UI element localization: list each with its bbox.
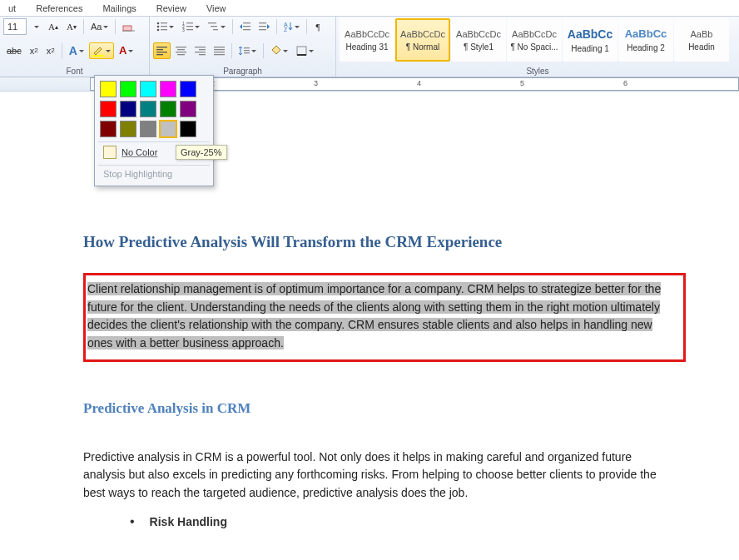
align-left-button[interactable] (153, 42, 171, 59)
svg-rect-33 (195, 47, 206, 47)
stop-highlighting-item[interactable]: Stop Highlighting (98, 165, 210, 182)
highlight-swatch[interactable] (140, 101, 156, 117)
svg-rect-5 (161, 26, 167, 27)
shading-button[interactable] (267, 42, 291, 59)
highlight-swatch[interactable] (120, 101, 136, 117)
outdent-icon (240, 22, 250, 32)
font-size-dropdown[interactable] (28, 18, 43, 35)
style-sample: AaBbCcDc (456, 29, 501, 39)
svg-text:3: 3 (182, 27, 185, 32)
highlight-swatch[interactable] (180, 101, 196, 117)
doc-subtitle: Predictive Analysis in CRM (83, 400, 702, 417)
highlight-swatch[interactable] (140, 121, 156, 137)
highlight-swatch[interactable] (100, 81, 117, 97)
strikethrough-button[interactable]: abc (3, 42, 25, 59)
no-color-label: No Color (122, 147, 157, 157)
font-size-input[interactable]: 11 (3, 18, 27, 35)
highlight-swatch[interactable] (160, 101, 176, 117)
color-tooltip: Gray-25% (176, 145, 227, 160)
clear-formatting-button[interactable] (119, 18, 138, 35)
bullets-button[interactable] (153, 18, 177, 35)
style-tile---normal[interactable]: AaBbCcDc¶ Normal (395, 18, 450, 62)
style-tile---style1[interactable]: AaBbCcDc¶ Style1 (451, 18, 506, 62)
style-label: ¶ Normal (406, 42, 439, 52)
tab-mailings[interactable]: Mailings (94, 2, 144, 16)
style-tile-headin[interactable]: AaBbHeadin (674, 18, 729, 62)
align-center-button[interactable] (172, 42, 190, 59)
svg-point-2 (157, 22, 160, 25)
highlight-swatch[interactable] (140, 81, 156, 97)
ruler-number: 4 (417, 79, 421, 87)
justify-button[interactable] (211, 42, 228, 59)
styles-gallery[interactable]: AaBbCcDcHeading 31AaBbCcDc¶ NormalAaBbCc… (340, 18, 736, 62)
style-tile-heading-1[interactable]: AaBbCcHeading 1 (563, 18, 617, 62)
superscript-button[interactable]: x2 (43, 42, 58, 59)
document-area[interactable]: How Predictive Analysis Will Transform t… (0, 233, 739, 560)
style-tile---no-spaci---[interactable]: AaBbCcDc¶ No Spaci... (507, 18, 562, 62)
stop-highlighting-label: Stop Highlighting (103, 169, 172, 179)
decrease-indent-button[interactable] (236, 18, 254, 35)
highlight-swatch-grid (98, 79, 210, 139)
svg-rect-15 (211, 26, 217, 27)
highlight-swatch[interactable] (160, 81, 176, 97)
style-label: ¶ Style1 (464, 42, 493, 52)
doc-title: How Predictive Analysis Will Transform t… (83, 233, 702, 251)
borders-icon (296, 46, 307, 56)
numbering-icon: 123 (182, 22, 193, 32)
increase-indent-button[interactable] (255, 18, 273, 35)
svg-rect-35 (195, 52, 206, 52)
svg-rect-42 (244, 50, 250, 51)
highlight-swatch[interactable] (180, 121, 196, 137)
line-spacing-button[interactable] (236, 42, 260, 59)
change-case-button[interactable]: Aa (87, 18, 112, 35)
highlight-swatch[interactable] (120, 81, 136, 97)
group-font: 11 A▴ A▾ Aa abc x2 x2 A A Font (0, 17, 150, 77)
svg-rect-22 (259, 29, 266, 30)
tab-references[interactable]: References (27, 2, 91, 16)
grow-font-button[interactable]: A▴ (45, 18, 62, 35)
highlighted-paragraph[interactable]: Client relationship management is of opt… (87, 282, 661, 349)
shrink-font-button[interactable]: A▾ (63, 18, 80, 35)
ruler-number: 3 (314, 79, 318, 87)
svg-rect-11 (186, 26, 193, 27)
indent-icon (259, 22, 270, 32)
svg-rect-21 (259, 26, 266, 27)
align-right-button[interactable] (191, 42, 209, 59)
justify-icon (214, 46, 225, 56)
numbering-button[interactable]: 123 (179, 18, 203, 35)
sort-icon: AZ (284, 22, 293, 32)
tab-layout[interactable]: ut (0, 2, 24, 16)
text-effects-button[interactable]: A (66, 42, 87, 59)
svg-rect-38 (214, 49, 225, 50)
highlight-swatch[interactable] (180, 81, 196, 97)
show-hide-button[interactable]: ¶ (310, 18, 325, 35)
font-color-button[interactable]: A (116, 42, 136, 59)
ribbon: 11 A▴ A▾ Aa abc x2 x2 A A Font (0, 16, 739, 77)
svg-rect-20 (259, 22, 266, 23)
sort-button[interactable]: AZ (280, 18, 303, 35)
bullet-risk-handling: Risk Handling (130, 514, 702, 529)
svg-rect-25 (156, 47, 167, 47)
paint-bucket-icon (270, 46, 281, 56)
tab-view[interactable]: View (198, 2, 235, 16)
style-sample: AaBbCc (568, 27, 613, 41)
align-right-icon (195, 46, 206, 56)
svg-rect-16 (213, 29, 218, 30)
multilevel-list-button[interactable] (205, 18, 229, 35)
highlight-swatch[interactable] (100, 101, 117, 117)
style-label: ¶ No Spaci... (510, 42, 558, 52)
subscript-button[interactable]: x2 (27, 42, 42, 59)
highlight-swatch[interactable] (160, 121, 176, 137)
style-tile-heading-2[interactable]: AaBbCcHeading 2 (618, 18, 673, 62)
highlight-swatch[interactable] (100, 121, 117, 137)
svg-rect-28 (156, 54, 163, 55)
tab-review[interactable]: Review (148, 2, 195, 16)
style-sample: AaBbCcDc (512, 29, 557, 39)
highlight-swatch[interactable] (120, 121, 136, 137)
style-tile-heading-31[interactable]: AaBbCcDcHeading 31 (340, 18, 394, 62)
svg-rect-0 (123, 26, 131, 31)
highlight-color-button[interactable] (89, 42, 114, 59)
svg-rect-39 (214, 52, 225, 52)
align-center-icon (176, 46, 186, 56)
borders-button[interactable] (293, 42, 317, 59)
